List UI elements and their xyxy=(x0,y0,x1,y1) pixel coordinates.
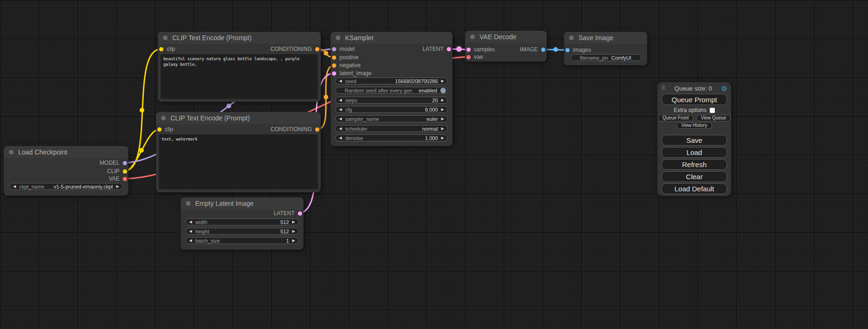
node-header[interactable]: Empty Latent Image xyxy=(181,197,303,210)
save-button[interactable]: Save xyxy=(662,135,727,146)
increment-arrow-icon[interactable]: ▶ xyxy=(292,220,295,224)
conditioning-slot-dot[interactable] xyxy=(332,56,336,60)
gear-icon[interactable]: ⚙ xyxy=(721,85,727,92)
slot-label: vae xyxy=(474,54,483,60)
node-title: KSampler xyxy=(345,34,374,42)
queue-front-button[interactable]: Queue Front xyxy=(658,115,693,121)
conditioning-slot-dot[interactable] xyxy=(315,127,319,132)
clip-slot-dot[interactable] xyxy=(123,169,127,174)
drag-handle-icon[interactable]: ⠿ xyxy=(661,85,665,91)
conditioning-slot-dot[interactable] xyxy=(332,63,336,68)
link-midpoint-dot[interactable] xyxy=(226,104,231,108)
latent-slot-dot[interactable] xyxy=(447,47,451,51)
refresh-button[interactable]: Refresh xyxy=(662,159,727,170)
slot-label: CONDITIONING xyxy=(270,126,312,133)
decrement-arrow-icon[interactable]: ◀ xyxy=(189,239,192,243)
latent-slot-dot[interactable] xyxy=(298,211,302,216)
collapse-dot-icon[interactable] xyxy=(470,35,475,39)
collapse-dot-icon[interactable] xyxy=(9,150,14,154)
load-button[interactable]: Load xyxy=(662,147,727,158)
node-empty-latent-image[interactable]: Empty Latent Image LATENT ◀ width 512 ▶ … xyxy=(181,197,303,250)
link-midpoint-dot[interactable] xyxy=(324,51,328,56)
decrement-arrow-icon[interactable]: ◀ xyxy=(13,185,16,189)
link-midpoint-dot[interactable] xyxy=(324,95,328,99)
image-slot-dot[interactable] xyxy=(541,48,545,52)
increment-arrow-icon[interactable]: ▶ xyxy=(292,239,295,243)
node-header[interactable]: CLIP Text Encode (Prompt) xyxy=(158,32,321,44)
node-header[interactable]: VAE Decode xyxy=(465,31,547,43)
load-default-button[interactable]: Load Default xyxy=(662,183,727,194)
decrement-arrow-icon[interactable]: ◀ xyxy=(339,98,342,102)
node-save-image[interactable]: Save Image images filename_prefix ComfyU… xyxy=(564,32,647,65)
collapse-dot-icon[interactable] xyxy=(336,35,340,40)
decrement-arrow-icon[interactable]: ◀ xyxy=(339,136,342,140)
decrement-arrow-icon[interactable]: ◀ xyxy=(189,220,192,224)
ckpt-name-widget[interactable]: ◀ ckpt_name v1-5-pruned-emaonly.ckpt ▶ xyxy=(9,183,123,190)
image-slot-dot[interactable] xyxy=(565,48,570,52)
increment-arrow-icon[interactable]: ▶ xyxy=(292,230,295,233)
decrement-arrow-icon[interactable]: ◀ xyxy=(339,127,342,131)
node-load-checkpoint[interactable]: Load Checkpoint MODEL CLIP VAE ◀ ckpt_na… xyxy=(4,146,128,196)
input-slot-clip: clip xyxy=(159,46,175,52)
link-midpoint-dot[interactable] xyxy=(139,148,144,153)
filename-prefix-widget[interactable]: filename_prefix ComfyUI xyxy=(571,54,642,61)
latent-slot-dot[interactable] xyxy=(332,71,336,76)
node-clip-text-encode-positive[interactable]: CLIP Text Encode (Prompt) clip CONDITION… xyxy=(158,32,321,102)
cfg-widget[interactable]: ◀ cfg 8.000 ▶ xyxy=(335,106,448,113)
decrement-arrow-icon[interactable]: ◀ xyxy=(189,230,192,233)
node-header[interactable]: KSampler xyxy=(331,32,452,44)
collapse-dot-icon[interactable] xyxy=(186,201,191,206)
widget-value: euler xyxy=(426,116,438,122)
vae-slot-dot[interactable] xyxy=(123,177,127,181)
model-slot-dot[interactable] xyxy=(123,161,127,165)
slot-label: samples xyxy=(474,46,495,53)
scheduler-widget[interactable]: ◀ scheduler normal ▶ xyxy=(335,125,448,132)
node-header[interactable]: Save Image xyxy=(564,32,647,44)
clip-slot-dot[interactable] xyxy=(157,127,162,132)
node-graph-canvas[interactable]: Load Checkpoint MODEL CLIP VAE ◀ ckpt_na… xyxy=(0,0,868,329)
width-widget[interactable]: ◀ width 512 ▶ xyxy=(185,218,299,225)
node-ksampler[interactable]: KSampler model positive negative latent_… xyxy=(331,32,452,146)
collapse-dot-icon[interactable] xyxy=(161,116,166,120)
increment-arrow-icon[interactable]: ▶ xyxy=(441,127,444,131)
latent-slot-dot[interactable] xyxy=(466,48,471,52)
node-header[interactable]: Load Checkpoint xyxy=(4,146,128,158)
prompt-textarea[interactable]: beautiful scenery nature glass bottle la… xyxy=(161,54,318,99)
link-midpoint-dot[interactable] xyxy=(140,108,144,112)
height-widget[interactable]: ◀ height 512 ▶ xyxy=(185,228,299,235)
decrement-arrow-icon[interactable]: ◀ xyxy=(339,79,342,83)
batch-size-widget[interactable]: ◀ batch_size 1 ▶ xyxy=(185,237,299,244)
node-clip-text-encode-negative[interactable]: CLIP Text Encode (Prompt) clip CONDITION… xyxy=(156,112,321,192)
collapse-dot-icon[interactable] xyxy=(569,35,574,40)
model-slot-dot[interactable] xyxy=(332,47,336,51)
decrement-arrow-icon[interactable]: ◀ xyxy=(339,108,342,112)
increment-arrow-icon[interactable]: ▶ xyxy=(441,79,444,83)
prompt-textarea[interactable]: text, watermark xyxy=(159,134,318,189)
clip-slot-dot[interactable] xyxy=(159,47,163,51)
node-header[interactable]: CLIP Text Encode (Prompt) xyxy=(156,112,321,124)
random-seed-toggle-widget[interactable]: Random seed after every gen enabled xyxy=(335,87,448,94)
widget-label: denoise xyxy=(345,135,422,141)
decrement-arrow-icon[interactable]: ◀ xyxy=(339,117,342,121)
denoise-widget[interactable]: ◀ denoise 1.000 ▶ xyxy=(335,134,448,141)
clear-button[interactable]: Clear xyxy=(662,171,727,182)
toggle-enabled-dot[interactable] xyxy=(440,88,446,93)
sampler-name-widget[interactable]: ◀ sampler_name euler ▶ xyxy=(335,115,448,122)
seed-widget[interactable]: ◀ seed 156680208700286 ▶ xyxy=(335,77,448,84)
increment-arrow-icon[interactable]: ▶ xyxy=(441,117,444,121)
conditioning-slot-dot[interactable] xyxy=(315,47,319,51)
view-history-button[interactable]: View History xyxy=(677,122,712,129)
link-midpoint-dot[interactable] xyxy=(456,46,462,52)
extra-options-checkbox[interactable] xyxy=(710,108,715,113)
increment-arrow-icon[interactable]: ▶ xyxy=(441,108,444,112)
increment-arrow-icon[interactable]: ▶ xyxy=(441,136,444,140)
increment-arrow-icon[interactable]: ▶ xyxy=(116,185,119,189)
collapse-dot-icon[interactable] xyxy=(163,35,168,40)
increment-arrow-icon[interactable]: ▶ xyxy=(441,98,444,102)
node-vae-decode[interactable]: VAE Decode samples vae IMAGE xyxy=(465,31,547,62)
vae-slot-dot[interactable] xyxy=(466,55,471,59)
link-midpoint-dot[interactable] xyxy=(553,47,558,52)
queue-prompt-button[interactable]: Queue Prompt xyxy=(662,94,727,105)
view-queue-button[interactable]: View Queue xyxy=(696,115,731,121)
steps-widget[interactable]: ◀ steps 20 ▶ xyxy=(335,97,448,104)
